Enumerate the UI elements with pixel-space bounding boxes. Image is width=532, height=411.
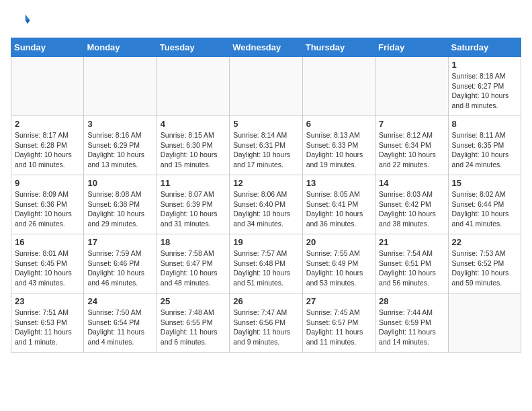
day-number: 3 [87, 119, 152, 129]
calendar-cell: 10Sunrise: 8:08 AM Sunset: 6:38 PM Dayli… [84, 175, 157, 234]
day-info: Sunrise: 7:59 AM Sunset: 6:46 PM Dayligh… [87, 248, 152, 288]
day-number: 16 [15, 237, 80, 247]
calendar-cell: 6Sunrise: 8:13 AM Sunset: 6:33 PM Daylig… [302, 116, 375, 175]
day-info: Sunrise: 8:05 AM Sunset: 6:41 PM Dayligh… [306, 189, 371, 229]
day-info: Sunrise: 7:47 AM Sunset: 6:56 PM Dayligh… [233, 308, 298, 347]
calendar-cell: 3Sunrise: 8:16 AM Sunset: 6:29 PM Daylig… [84, 116, 157, 175]
day-number: 2 [15, 119, 80, 129]
day-info: Sunrise: 7:55 AM Sunset: 6:49 PM Dayligh… [306, 248, 371, 288]
calendar-cell: 27Sunrise: 7:45 AM Sunset: 6:57 PM Dayli… [302, 293, 375, 353]
day-info: Sunrise: 7:44 AM Sunset: 6:59 PM Dayligh… [379, 308, 444, 347]
calendar-cell [157, 57, 229, 116]
day-info: Sunrise: 7:51 AM Sunset: 6:53 PM Dayligh… [15, 308, 80, 347]
calendar-cell: 4Sunrise: 8:15 AM Sunset: 6:30 PM Daylig… [157, 116, 229, 175]
calendar-cell [230, 57, 302, 116]
calendar-week-1: 1Sunrise: 8:18 AM Sunset: 6:27 PM Daylig… [11, 57, 521, 116]
calendar-cell [11, 57, 84, 116]
day-info: Sunrise: 7:45 AM Sunset: 6:57 PM Dayligh… [306, 308, 371, 347]
calendar-cell: 2Sunrise: 8:17 AM Sunset: 6:28 PM Daylig… [11, 116, 84, 175]
day-info: Sunrise: 8:18 AM Sunset: 6:27 PM Dayligh… [452, 71, 517, 111]
day-number: 1 [452, 60, 517, 70]
day-number: 22 [452, 237, 517, 247]
day-info: Sunrise: 8:14 AM Sunset: 6:31 PM Dayligh… [233, 130, 298, 170]
day-number: 13 [306, 178, 371, 188]
day-info: Sunrise: 8:02 AM Sunset: 6:44 PM Dayligh… [452, 189, 517, 229]
logo [11, 11, 31, 32]
calendar-cell: 12Sunrise: 8:06 AM Sunset: 6:40 PM Dayli… [230, 175, 302, 234]
svg-marker-1 [26, 20, 30, 24]
calendar-cell: 24Sunrise: 7:50 AM Sunset: 6:54 PM Dayli… [84, 293, 157, 353]
day-number: 8 [452, 119, 517, 129]
calendar-cell: 17Sunrise: 7:59 AM Sunset: 6:46 PM Dayli… [84, 234, 157, 293]
day-number: 23 [15, 296, 80, 306]
calendar-cell: 16Sunrise: 8:01 AM Sunset: 6:45 PM Dayli… [11, 234, 84, 293]
weekday-header-saturday: Saturday [448, 38, 521, 57]
day-number: 17 [87, 237, 152, 247]
day-number: 14 [379, 178, 444, 188]
day-number: 7 [379, 119, 444, 129]
calendar-cell [84, 57, 157, 116]
calendar-cell: 26Sunrise: 7:47 AM Sunset: 6:56 PM Dayli… [230, 293, 302, 353]
calendar-week-5: 23Sunrise: 7:51 AM Sunset: 6:53 PM Dayli… [11, 293, 521, 353]
day-number: 11 [161, 178, 226, 188]
day-number: 28 [379, 296, 444, 306]
day-number: 15 [452, 178, 517, 188]
calendar-cell: 7Sunrise: 8:12 AM Sunset: 6:34 PM Daylig… [375, 116, 448, 175]
page-header [11, 11, 521, 32]
day-number: 25 [161, 296, 226, 306]
day-info: Sunrise: 8:17 AM Sunset: 6:28 PM Dayligh… [15, 130, 80, 170]
calendar-cell: 14Sunrise: 8:03 AM Sunset: 6:42 PM Dayli… [375, 175, 448, 234]
weekday-header-thursday: Thursday [302, 38, 375, 57]
calendar-cell: 20Sunrise: 7:55 AM Sunset: 6:49 PM Dayli… [302, 234, 375, 293]
calendar-cell: 15Sunrise: 8:02 AM Sunset: 6:44 PM Dayli… [448, 175, 521, 234]
day-info: Sunrise: 7:58 AM Sunset: 6:47 PM Dayligh… [161, 248, 226, 288]
calendar-week-4: 16Sunrise: 8:01 AM Sunset: 6:45 PM Dayli… [11, 234, 521, 293]
weekday-header-sunday: Sunday [11, 38, 84, 57]
day-number: 21 [379, 237, 444, 247]
day-info: Sunrise: 7:57 AM Sunset: 6:48 PM Dayligh… [233, 248, 298, 288]
weekday-header-friday: Friday [375, 38, 448, 57]
svg-marker-0 [26, 15, 30, 20]
day-number: 27 [306, 296, 371, 306]
day-info: Sunrise: 8:12 AM Sunset: 6:34 PM Dayligh… [379, 130, 444, 170]
day-number: 24 [87, 296, 152, 306]
logo-icon [12, 11, 31, 30]
calendar-cell: 23Sunrise: 7:51 AM Sunset: 6:53 PM Dayli… [11, 293, 84, 353]
calendar-cell: 13Sunrise: 8:05 AM Sunset: 6:41 PM Dayli… [302, 175, 375, 234]
weekday-header-tuesday: Tuesday [157, 38, 229, 57]
calendar-cell: 9Sunrise: 8:09 AM Sunset: 6:36 PM Daylig… [11, 175, 84, 234]
calendar-cell: 18Sunrise: 7:58 AM Sunset: 6:47 PM Dayli… [157, 234, 229, 293]
calendar-cell: 25Sunrise: 7:48 AM Sunset: 6:55 PM Dayli… [157, 293, 229, 353]
calendar-cell [375, 57, 448, 116]
day-number: 10 [87, 178, 152, 188]
day-info: Sunrise: 8:06 AM Sunset: 6:40 PM Dayligh… [233, 189, 298, 229]
calendar-table: SundayMondayTuesdayWednesdayThursdayFrid… [11, 38, 521, 353]
calendar-cell: 22Sunrise: 7:53 AM Sunset: 6:52 PM Dayli… [448, 234, 521, 293]
day-info: Sunrise: 8:11 AM Sunset: 6:35 PM Dayligh… [452, 130, 517, 170]
day-info: Sunrise: 8:08 AM Sunset: 6:38 PM Dayligh… [87, 189, 152, 229]
calendar-cell: 19Sunrise: 7:57 AM Sunset: 6:48 PM Dayli… [230, 234, 302, 293]
day-info: Sunrise: 8:15 AM Sunset: 6:30 PM Dayligh… [161, 130, 226, 170]
day-number: 12 [233, 178, 298, 188]
weekday-header-monday: Monday [84, 38, 157, 57]
day-info: Sunrise: 8:03 AM Sunset: 6:42 PM Dayligh… [379, 189, 444, 229]
calendar-cell [302, 57, 375, 116]
calendar-cell: 1Sunrise: 8:18 AM Sunset: 6:27 PM Daylig… [448, 57, 521, 116]
day-number: 18 [161, 237, 226, 247]
day-info: Sunrise: 8:16 AM Sunset: 6:29 PM Dayligh… [87, 130, 152, 170]
day-info: Sunrise: 7:50 AM Sunset: 6:54 PM Dayligh… [87, 308, 152, 347]
day-number: 20 [306, 237, 371, 247]
day-number: 26 [233, 296, 298, 306]
day-number: 19 [233, 237, 298, 247]
day-info: Sunrise: 8:01 AM Sunset: 6:45 PM Dayligh… [15, 248, 80, 288]
day-number: 6 [306, 119, 371, 129]
calendar-cell: 28Sunrise: 7:44 AM Sunset: 6:59 PM Dayli… [375, 293, 448, 353]
calendar-week-3: 9Sunrise: 8:09 AM Sunset: 6:36 PM Daylig… [11, 175, 521, 234]
day-number: 4 [161, 119, 226, 129]
day-number: 5 [233, 119, 298, 129]
day-info: Sunrise: 7:48 AM Sunset: 6:55 PM Dayligh… [161, 308, 226, 347]
day-info: Sunrise: 8:13 AM Sunset: 6:33 PM Dayligh… [306, 130, 371, 170]
calendar-cell: 8Sunrise: 8:11 AM Sunset: 6:35 PM Daylig… [448, 116, 521, 175]
calendar-cell: 11Sunrise: 8:07 AM Sunset: 6:39 PM Dayli… [157, 175, 229, 234]
calendar-cell: 5Sunrise: 8:14 AM Sunset: 6:31 PM Daylig… [230, 116, 302, 175]
